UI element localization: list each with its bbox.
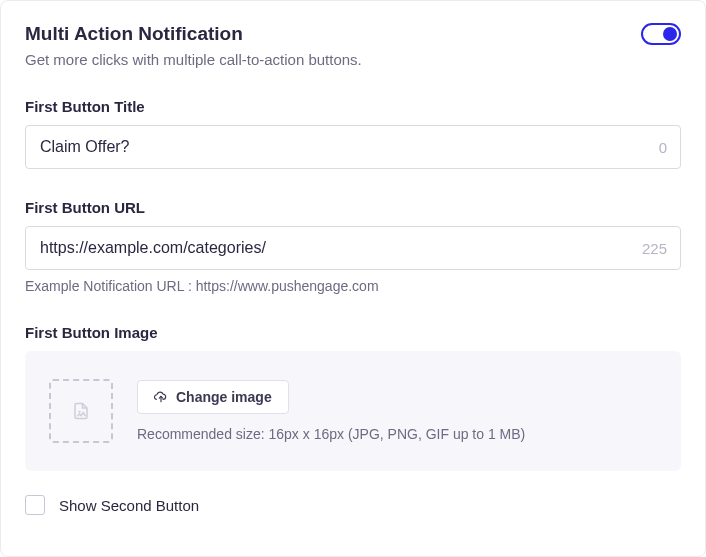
- card-subtitle: Get more clicks with multiple call-to-ac…: [25, 51, 681, 68]
- show-second-label: Show Second Button: [59, 497, 199, 514]
- image-placeholder[interactable]: [49, 379, 113, 443]
- first-button-url-count: 225: [642, 240, 667, 257]
- change-image-button[interactable]: Change image: [137, 380, 289, 414]
- upload-icon: [154, 390, 168, 404]
- first-button-title-label: First Button Title: [25, 98, 681, 115]
- toggle-knob: [663, 27, 677, 41]
- first-button-url-wrap: 225: [25, 226, 681, 270]
- url-helper-text: Example Notification URL : https://www.p…: [25, 278, 681, 294]
- show-second-checkbox[interactable]: [25, 495, 45, 515]
- first-button-url-label: First Button URL: [25, 199, 681, 216]
- header-row: Multi Action Notification: [25, 23, 681, 45]
- multi-action-notification-card: Multi Action Notification Get more click…: [0, 0, 706, 557]
- image-recommended-text: Recommended size: 16px x 16px (JPG, PNG,…: [137, 426, 525, 442]
- svg-point-0: [78, 411, 80, 413]
- first-button-image-label: First Button Image: [25, 324, 681, 341]
- image-right-col: Change image Recommended size: 16px x 16…: [137, 380, 525, 442]
- first-button-title-count: 0: [659, 139, 667, 156]
- first-button-title-input[interactable]: [25, 125, 681, 169]
- header-text: Multi Action Notification: [25, 23, 243, 45]
- first-button-title-wrap: 0: [25, 125, 681, 169]
- image-upload-panel: Change image Recommended size: 16px x 16…: [25, 351, 681, 471]
- card-title: Multi Action Notification: [25, 23, 243, 45]
- enable-toggle[interactable]: [641, 23, 681, 45]
- show-second-row: Show Second Button: [25, 495, 681, 515]
- first-button-url-input[interactable]: [25, 226, 681, 270]
- change-image-label: Change image: [176, 389, 272, 405]
- image-file-icon: [72, 402, 90, 420]
